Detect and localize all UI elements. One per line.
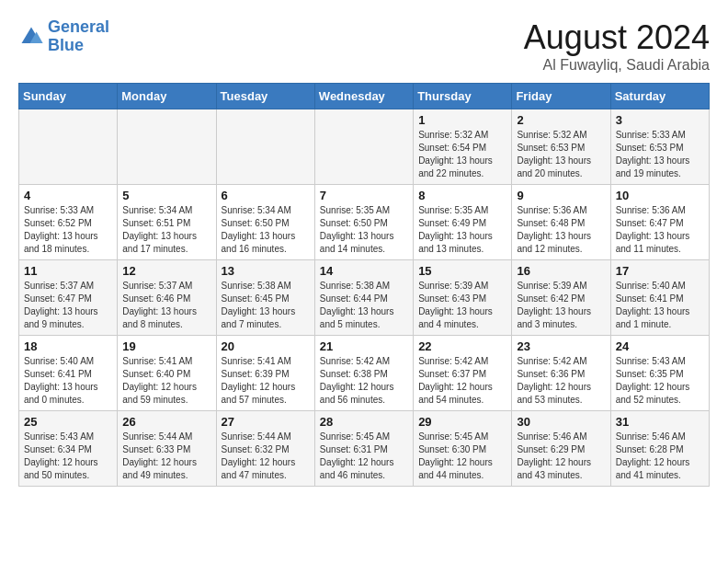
day-info: Sunrise: 5:42 AM Sunset: 6:38 PM Dayligh… <box>320 355 408 407</box>
day-cell: 1Sunrise: 5:32 AM Sunset: 6:54 PM Daylig… <box>414 109 512 185</box>
day-number: 11 <box>24 264 112 278</box>
day-info: Sunrise: 5:45 AM Sunset: 6:31 PM Dayligh… <box>320 431 408 482</box>
day-cell: 28Sunrise: 5:45 AM Sunset: 6:31 PM Dayli… <box>314 411 413 487</box>
month-title: August 2024 <box>524 18 710 57</box>
day-number: 31 <box>616 415 704 429</box>
day-number: 10 <box>616 189 704 202</box>
day-info: Sunrise: 5:34 AM Sunset: 6:50 PM Dayligh… <box>222 204 310 256</box>
day-number: 27 <box>222 415 310 429</box>
weekday-header-row: SundayMondayTuesdayWednesdayThursdayFrid… <box>19 84 710 109</box>
day-cell: 29Sunrise: 5:45 AM Sunset: 6:30 PM Dayli… <box>414 411 512 487</box>
day-number: 12 <box>122 264 210 278</box>
day-info: Sunrise: 5:37 AM Sunset: 6:47 PM Dayligh… <box>24 280 112 331</box>
weekday-header-sunday: Sunday <box>19 84 118 109</box>
day-info: Sunrise: 5:39 AM Sunset: 6:42 PM Dayligh… <box>517 280 605 331</box>
day-info: Sunrise: 5:39 AM Sunset: 6:43 PM Dayligh… <box>418 280 506 331</box>
day-cell: 12Sunrise: 5:37 AM Sunset: 6:46 PM Dayli… <box>118 260 216 336</box>
day-info: Sunrise: 5:45 AM Sunset: 6:30 PM Dayligh… <box>418 431 506 482</box>
day-number: 6 <box>222 189 310 202</box>
day-cell: 9Sunrise: 5:36 AM Sunset: 6:48 PM Daylig… <box>512 185 610 260</box>
day-info: Sunrise: 5:43 AM Sunset: 6:35 PM Dayligh… <box>616 355 704 407</box>
day-info: Sunrise: 5:42 AM Sunset: 6:37 PM Dayligh… <box>418 355 506 407</box>
day-cell: 27Sunrise: 5:44 AM Sunset: 6:32 PM Dayli… <box>216 411 314 487</box>
weekday-header-thursday: Thursday <box>414 84 512 109</box>
day-cell: 21Sunrise: 5:42 AM Sunset: 6:38 PM Dayli… <box>314 336 413 411</box>
day-number: 24 <box>616 339 704 353</box>
day-cell: 15Sunrise: 5:39 AM Sunset: 6:43 PM Dayli… <box>414 260 512 336</box>
day-number: 1 <box>418 113 506 127</box>
day-number: 2 <box>517 113 605 127</box>
day-info: Sunrise: 5:36 AM Sunset: 6:47 PM Dayligh… <box>616 204 704 256</box>
day-cell: 26Sunrise: 5:44 AM Sunset: 6:33 PM Dayli… <box>118 411 216 487</box>
day-info: Sunrise: 5:35 AM Sunset: 6:50 PM Dayligh… <box>320 204 408 256</box>
day-number: 16 <box>517 264 605 278</box>
day-info: Sunrise: 5:40 AM Sunset: 6:41 PM Dayligh… <box>24 355 112 407</box>
day-cell: 6Sunrise: 5:34 AM Sunset: 6:50 PM Daylig… <box>216 185 314 260</box>
page-header: General Blue August 2024 Al Fuwayliq, Sa… <box>18 18 710 74</box>
day-number: 5 <box>122 189 210 202</box>
day-cell: 16Sunrise: 5:39 AM Sunset: 6:42 PM Dayli… <box>512 260 610 336</box>
weekday-header-saturday: Saturday <box>610 84 709 109</box>
day-number: 14 <box>320 264 408 278</box>
day-info: Sunrise: 5:44 AM Sunset: 6:32 PM Dayligh… <box>222 431 310 482</box>
day-info: Sunrise: 5:41 AM Sunset: 6:40 PM Dayligh… <box>122 355 210 407</box>
week-row-5: 25Sunrise: 5:43 AM Sunset: 6:34 PM Dayli… <box>19 411 710 487</box>
day-info: Sunrise: 5:35 AM Sunset: 6:49 PM Dayligh… <box>418 204 506 256</box>
title-area: August 2024 Al Fuwayliq, Saudi Arabia <box>524 18 710 74</box>
day-number: 19 <box>122 339 210 353</box>
day-cell: 20Sunrise: 5:41 AM Sunset: 6:39 PM Dayli… <box>216 336 314 411</box>
day-number: 18 <box>24 339 112 353</box>
day-number: 15 <box>418 264 506 278</box>
logo-icon <box>18 24 44 50</box>
day-cell: 5Sunrise: 5:34 AM Sunset: 6:51 PM Daylig… <box>118 185 216 260</box>
day-number: 8 <box>418 189 506 202</box>
day-cell: 10Sunrise: 5:36 AM Sunset: 6:47 PM Dayli… <box>610 185 709 260</box>
day-number: 13 <box>222 264 310 278</box>
day-info: Sunrise: 5:44 AM Sunset: 6:33 PM Dayligh… <box>122 431 210 482</box>
calendar-table: SundayMondayTuesdayWednesdayThursdayFrid… <box>18 83 710 487</box>
day-info: Sunrise: 5:37 AM Sunset: 6:46 PM Dayligh… <box>122 280 210 331</box>
logo-text: General Blue <box>48 18 109 55</box>
day-number: 26 <box>122 415 210 429</box>
day-cell: 25Sunrise: 5:43 AM Sunset: 6:34 PM Dayli… <box>19 411 118 487</box>
day-cell: 17Sunrise: 5:40 AM Sunset: 6:41 PM Dayli… <box>610 260 709 336</box>
week-row-2: 4Sunrise: 5:33 AM Sunset: 6:52 PM Daylig… <box>19 185 710 260</box>
day-number: 7 <box>320 189 408 202</box>
day-cell: 31Sunrise: 5:46 AM Sunset: 6:28 PM Dayli… <box>610 411 709 487</box>
day-cell: 2Sunrise: 5:32 AM Sunset: 6:53 PM Daylig… <box>512 109 610 185</box>
day-cell: 11Sunrise: 5:37 AM Sunset: 6:47 PM Dayli… <box>19 260 118 336</box>
day-number: 4 <box>24 189 112 202</box>
day-number: 17 <box>616 264 704 278</box>
day-cell <box>314 109 413 185</box>
week-row-1: 1Sunrise: 5:32 AM Sunset: 6:54 PM Daylig… <box>19 109 710 185</box>
day-info: Sunrise: 5:32 AM Sunset: 6:53 PM Dayligh… <box>517 129 605 180</box>
day-cell <box>19 109 118 185</box>
day-info: Sunrise: 5:33 AM Sunset: 6:52 PM Dayligh… <box>24 204 112 256</box>
day-cell: 13Sunrise: 5:38 AM Sunset: 6:45 PM Dayli… <box>216 260 314 336</box>
weekday-header-tuesday: Tuesday <box>216 84 314 109</box>
day-info: Sunrise: 5:32 AM Sunset: 6:54 PM Dayligh… <box>418 129 506 180</box>
day-cell <box>118 109 216 185</box>
day-info: Sunrise: 5:38 AM Sunset: 6:44 PM Dayligh… <box>320 280 408 331</box>
day-cell: 23Sunrise: 5:42 AM Sunset: 6:36 PM Dayli… <box>512 336 610 411</box>
day-info: Sunrise: 5:42 AM Sunset: 6:36 PM Dayligh… <box>517 355 605 407</box>
day-number: 22 <box>418 339 506 353</box>
weekday-header-monday: Monday <box>118 84 216 109</box>
day-number: 3 <box>616 113 704 127</box>
day-number: 30 <box>517 415 605 429</box>
day-info: Sunrise: 5:33 AM Sunset: 6:53 PM Dayligh… <box>616 129 704 180</box>
day-info: Sunrise: 5:38 AM Sunset: 6:45 PM Dayligh… <box>222 280 310 331</box>
day-info: Sunrise: 5:46 AM Sunset: 6:28 PM Dayligh… <box>616 431 704 482</box>
day-cell: 14Sunrise: 5:38 AM Sunset: 6:44 PM Dayli… <box>314 260 413 336</box>
day-cell: 3Sunrise: 5:33 AM Sunset: 6:53 PM Daylig… <box>610 109 709 185</box>
day-number: 29 <box>418 415 506 429</box>
day-cell: 24Sunrise: 5:43 AM Sunset: 6:35 PM Dayli… <box>610 336 709 411</box>
day-cell <box>216 109 314 185</box>
day-cell: 4Sunrise: 5:33 AM Sunset: 6:52 PM Daylig… <box>19 185 118 260</box>
day-info: Sunrise: 5:40 AM Sunset: 6:41 PM Dayligh… <box>616 280 704 331</box>
day-info: Sunrise: 5:34 AM Sunset: 6:51 PM Dayligh… <box>122 204 210 256</box>
week-row-3: 11Sunrise: 5:37 AM Sunset: 6:47 PM Dayli… <box>19 260 710 336</box>
day-cell: 18Sunrise: 5:40 AM Sunset: 6:41 PM Dayli… <box>19 336 118 411</box>
weekday-header-friday: Friday <box>512 84 610 109</box>
day-cell: 30Sunrise: 5:46 AM Sunset: 6:29 PM Dayli… <box>512 411 610 487</box>
